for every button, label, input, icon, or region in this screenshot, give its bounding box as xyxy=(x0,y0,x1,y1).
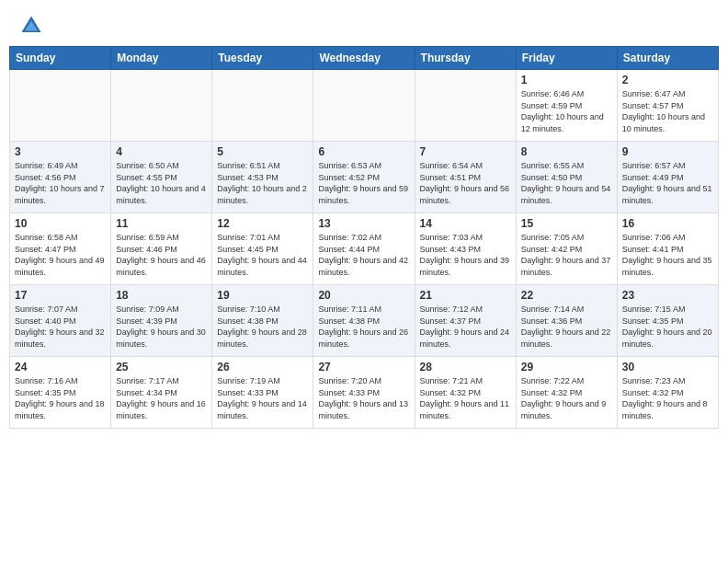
day-info: Sunrise: 7:12 AM Sunset: 4:37 PM Dayligh… xyxy=(420,304,511,350)
day-number: 26 xyxy=(217,361,308,373)
day-header-thursday: Thursday xyxy=(415,47,516,70)
day-number: 29 xyxy=(521,361,612,373)
calendar-day: 20Sunrise: 7:11 AM Sunset: 4:38 PM Dayli… xyxy=(313,285,415,357)
day-number: 16 xyxy=(622,217,713,230)
calendar-day: 3Sunrise: 6:49 AM Sunset: 4:56 PM Daylig… xyxy=(10,142,111,213)
day-info: Sunrise: 7:19 AM Sunset: 4:33 PM Dayligh… xyxy=(217,375,308,421)
day-number: 6 xyxy=(318,145,409,158)
day-info: Sunrise: 7:02 AM Sunset: 4:44 PM Dayligh… xyxy=(318,232,409,278)
day-info: Sunrise: 7:09 AM Sunset: 4:39 PM Dayligh… xyxy=(116,304,207,350)
day-info: Sunrise: 7:15 AM Sunset: 4:35 PM Dayligh… xyxy=(622,304,713,350)
day-info: Sunrise: 6:57 AM Sunset: 4:49 PM Dayligh… xyxy=(622,160,713,206)
day-number: 10 xyxy=(15,217,106,230)
calendar-day xyxy=(111,70,212,142)
calendar-day: 1Sunrise: 6:46 AM Sunset: 4:59 PM Daylig… xyxy=(516,70,617,142)
day-number: 8 xyxy=(521,145,612,158)
day-number: 5 xyxy=(217,145,308,158)
calendar-day: 14Sunrise: 7:03 AM Sunset: 4:43 PM Dayli… xyxy=(415,213,516,285)
day-number: 18 xyxy=(116,289,207,302)
day-number: 21 xyxy=(420,289,511,302)
day-number: 20 xyxy=(318,289,409,302)
day-info: Sunrise: 7:21 AM Sunset: 4:32 PM Dayligh… xyxy=(420,375,511,421)
day-number: 7 xyxy=(420,145,511,158)
calendar-day: 13Sunrise: 7:02 AM Sunset: 4:44 PM Dayli… xyxy=(313,213,415,285)
calendar-day: 5Sunrise: 6:51 AM Sunset: 4:53 PM Daylig… xyxy=(212,142,313,213)
calendar-day: 8Sunrise: 6:55 AM Sunset: 4:50 PM Daylig… xyxy=(516,142,617,213)
day-number: 15 xyxy=(521,217,612,230)
calendar-header: SundayMondayTuesdayWednesdayThursdayFrid… xyxy=(10,47,719,70)
calendar-day: 4Sunrise: 6:50 AM Sunset: 4:55 PM Daylig… xyxy=(111,142,212,213)
calendar-day: 22Sunrise: 7:14 AM Sunset: 4:36 PM Dayli… xyxy=(516,285,617,357)
calendar-day: 16Sunrise: 7:06 AM Sunset: 4:41 PM Dayli… xyxy=(617,213,718,285)
calendar-week-4: 17Sunrise: 7:07 AM Sunset: 4:40 PM Dayli… xyxy=(10,285,719,357)
day-number: 27 xyxy=(318,361,409,373)
calendar-day: 30Sunrise: 7:23 AM Sunset: 4:32 PM Dayli… xyxy=(617,357,718,429)
day-info: Sunrise: 7:20 AM Sunset: 4:33 PM Dayligh… xyxy=(318,375,409,421)
day-info: Sunrise: 7:10 AM Sunset: 4:38 PM Dayligh… xyxy=(217,304,308,350)
day-header-saturday: Saturday xyxy=(617,47,718,70)
calendar-day: 9Sunrise: 6:57 AM Sunset: 4:49 PM Daylig… xyxy=(617,142,718,213)
logo xyxy=(18,13,48,39)
day-info: Sunrise: 6:50 AM Sunset: 4:55 PM Dayligh… xyxy=(116,160,207,206)
day-info: Sunrise: 7:05 AM Sunset: 4:42 PM Dayligh… xyxy=(521,232,612,278)
day-number: 4 xyxy=(116,145,207,158)
day-header-wednesday: Wednesday xyxy=(313,47,415,70)
calendar-day: 2Sunrise: 6:47 AM Sunset: 4:57 PM Daylig… xyxy=(617,70,718,142)
day-info: Sunrise: 7:07 AM Sunset: 4:40 PM Dayligh… xyxy=(15,304,106,350)
day-number: 24 xyxy=(15,361,106,373)
calendar-day: 7Sunrise: 6:54 AM Sunset: 4:51 PM Daylig… xyxy=(415,142,516,213)
calendar-day: 11Sunrise: 6:59 AM Sunset: 4:46 PM Dayli… xyxy=(111,213,212,285)
day-number: 22 xyxy=(521,289,612,302)
day-info: Sunrise: 7:11 AM Sunset: 4:38 PM Dayligh… xyxy=(318,304,409,350)
calendar-day: 27Sunrise: 7:20 AM Sunset: 4:33 PM Dayli… xyxy=(313,357,415,429)
day-info: Sunrise: 6:58 AM Sunset: 4:47 PM Dayligh… xyxy=(15,232,106,278)
day-header-sunday: Sunday xyxy=(10,47,111,70)
calendar-day xyxy=(10,70,111,142)
header-row: SundayMondayTuesdayWednesdayThursdayFrid… xyxy=(10,47,719,70)
calendar-day: 15Sunrise: 7:05 AM Sunset: 4:42 PM Dayli… xyxy=(516,213,617,285)
calendar-day: 24Sunrise: 7:16 AM Sunset: 4:35 PM Dayli… xyxy=(10,357,111,429)
day-info: Sunrise: 6:54 AM Sunset: 4:51 PM Dayligh… xyxy=(420,160,511,206)
day-number: 30 xyxy=(622,361,713,373)
day-number: 25 xyxy=(116,361,207,373)
day-header-monday: Monday xyxy=(111,47,212,70)
day-number: 17 xyxy=(15,289,106,302)
calendar-day: 6Sunrise: 6:53 AM Sunset: 4:52 PM Daylig… xyxy=(313,142,415,213)
calendar-wrapper: SundayMondayTuesdayWednesdayThursdayFrid… xyxy=(0,46,728,429)
calendar-day xyxy=(415,70,516,142)
day-info: Sunrise: 7:03 AM Sunset: 4:43 PM Dayligh… xyxy=(420,232,511,278)
day-info: Sunrise: 6:47 AM Sunset: 4:57 PM Dayligh… xyxy=(622,88,713,134)
day-info: Sunrise: 6:49 AM Sunset: 4:56 PM Dayligh… xyxy=(15,160,106,206)
day-number: 11 xyxy=(116,217,207,230)
calendar-day: 17Sunrise: 7:07 AM Sunset: 4:40 PM Dayli… xyxy=(10,285,111,357)
day-info: Sunrise: 7:23 AM Sunset: 4:32 PM Dayligh… xyxy=(622,375,713,421)
day-number: 12 xyxy=(217,217,308,230)
day-info: Sunrise: 6:51 AM Sunset: 4:53 PM Dayligh… xyxy=(217,160,308,206)
calendar-week-1: 1Sunrise: 6:46 AM Sunset: 4:59 PM Daylig… xyxy=(10,70,719,142)
calendar-week-3: 10Sunrise: 6:58 AM Sunset: 4:47 PM Dayli… xyxy=(10,213,719,285)
calendar-week-2: 3Sunrise: 6:49 AM Sunset: 4:56 PM Daylig… xyxy=(10,142,719,213)
day-number: 9 xyxy=(622,145,713,158)
calendar-day: 28Sunrise: 7:21 AM Sunset: 4:32 PM Dayli… xyxy=(415,357,516,429)
calendar-table: SundayMondayTuesdayWednesdayThursdayFrid… xyxy=(9,46,719,429)
day-info: Sunrise: 6:59 AM Sunset: 4:46 PM Dayligh… xyxy=(116,232,207,278)
calendar-day xyxy=(212,70,313,142)
calendar-day: 25Sunrise: 7:17 AM Sunset: 4:34 PM Dayli… xyxy=(111,357,212,429)
header xyxy=(0,0,728,46)
day-info: Sunrise: 6:53 AM Sunset: 4:52 PM Dayligh… xyxy=(318,160,409,206)
day-number: 19 xyxy=(217,289,308,302)
day-number: 1 xyxy=(521,74,612,86)
day-info: Sunrise: 7:06 AM Sunset: 4:41 PM Dayligh… xyxy=(622,232,713,278)
calendar-day: 19Sunrise: 7:10 AM Sunset: 4:38 PM Dayli… xyxy=(212,285,313,357)
day-header-tuesday: Tuesday xyxy=(212,47,313,70)
calendar-day: 21Sunrise: 7:12 AM Sunset: 4:37 PM Dayli… xyxy=(415,285,516,357)
day-info: Sunrise: 7:16 AM Sunset: 4:35 PM Dayligh… xyxy=(15,375,106,421)
calendar-day xyxy=(313,70,415,142)
day-number: 14 xyxy=(420,217,511,230)
day-header-friday: Friday xyxy=(516,47,617,70)
day-number: 23 xyxy=(622,289,713,302)
day-number: 3 xyxy=(15,145,106,158)
day-info: Sunrise: 7:01 AM Sunset: 4:45 PM Dayligh… xyxy=(217,232,308,278)
day-number: 28 xyxy=(420,361,511,373)
day-number: 2 xyxy=(622,74,713,86)
